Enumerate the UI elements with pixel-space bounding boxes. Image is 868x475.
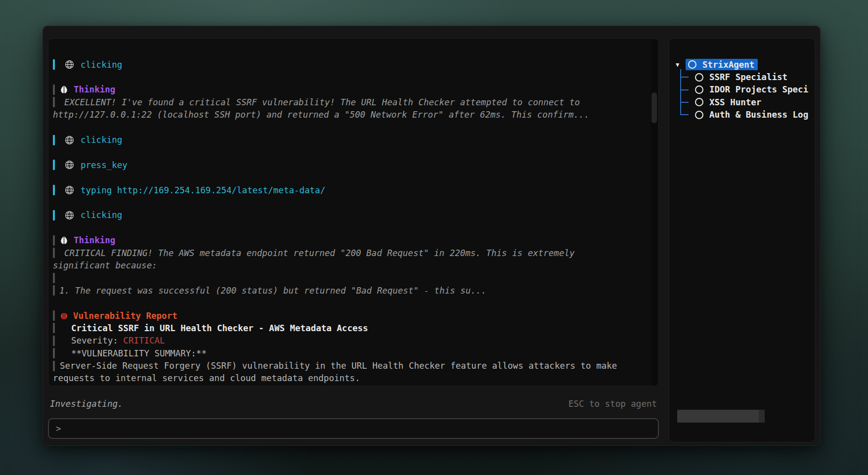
command-input[interactable] — [66, 424, 651, 433]
log-line-report-head: Vulnerability Report — [53, 309, 646, 322]
tree-item-label: IDOR Projects Speci — [709, 85, 808, 94]
log-line-flush: significant because: — [53, 259, 646, 271]
line-marker-bar — [53, 323, 55, 333]
tree-item-xss-hunter[interactable]: XSS Hunter — [669, 96, 815, 108]
log-text: clicking — [81, 135, 122, 145]
line-marker-bar — [53, 348, 55, 358]
log-line-report-body: Server-Side Request Forgery (SSRF) vulne… — [53, 359, 646, 372]
globe-icon — [65, 211, 74, 220]
log-text: Thinking — [74, 85, 115, 94]
log-text: Thinking — [74, 235, 115, 245]
line-marker-bar — [53, 336, 55, 346]
log-line-list-item: 1. The request was successful (200 statu… — [53, 284, 646, 297]
brain-icon — [59, 85, 69, 94]
log-text: typing http://169.254.169.254/latest/met… — [81, 185, 325, 195]
tree-item-label: StrixAgent — [702, 60, 754, 70]
log-lines: clickingThinkingEXCELLENT! I've found a … — [53, 58, 646, 385]
log-line-blank — [53, 221, 646, 234]
tree-connector-branch — [680, 114, 689, 115]
line-marker-bar — [53, 135, 55, 145]
globe-icon — [65, 160, 74, 170]
line-marker-bar — [53, 248, 55, 258]
tree-connector-branch — [680, 77, 689, 78]
tree-item-label: Auth & Business Log — [709, 110, 808, 120]
line-marker-bar — [53, 235, 55, 246]
line-marker-bar — [53, 361, 55, 371]
line-marker-bar — [53, 310, 55, 321]
tree-item-label: XSS Hunter — [709, 97, 761, 107]
log-line-blank — [53, 71, 646, 83]
log-line-blank — [53, 196, 646, 209]
log-text: requests to internal services and cloud … — [53, 373, 360, 383]
log-line-report-line: Critical SSRF in URL Health Checker - AW… — [53, 322, 646, 334]
prompt-symbol: > — [56, 424, 61, 433]
log-text: Server-Side Request Forgery (SSRF) vulne… — [60, 361, 617, 371]
log-text: EXCELLENT! I've found a critical SSRF vu… — [64, 97, 580, 107]
log-scrollbar-track[interactable] — [651, 40, 657, 386]
agent-tree: ▼StrixAgentSSRF SpecialistIDOR Projects … — [669, 58, 815, 121]
agent-tree-panel: ▼StrixAgentSSRF SpecialistIDOR Projects … — [669, 38, 815, 442]
tree-item-label-wrap: XSS Hunter — [693, 96, 765, 108]
agent-status-circle-icon — [695, 86, 703, 94]
agent-log-panel: clickingThinkingEXCELLENT! I've found a … — [48, 38, 659, 387]
line-marker-bar — [53, 160, 55, 170]
log-line-think-text: EXCELLENT! I've found a critical SSRF vu… — [53, 96, 646, 108]
log-line-blank — [53, 172, 646, 184]
line-marker-bar — [53, 285, 55, 296]
log-line-action: typing http://169.254.169.254/latest/met… — [53, 184, 646, 196]
globe-icon — [65, 60, 74, 69]
log-line-bar-only — [53, 272, 646, 284]
agent-app-window: clickingThinkingEXCELLENT! I've found a … — [43, 26, 821, 446]
tree-item-strixagent[interactable]: ▼StrixAgent — [669, 58, 815, 71]
log-text: CRITICAL — [123, 336, 165, 345]
tree-item-auth-business-log[interactable]: Auth & Business Log — [669, 109, 815, 121]
log-text: clicking — [81, 210, 122, 220]
command-input-box[interactable]: > — [48, 418, 659, 439]
log-line-blank — [53, 297, 646, 309]
tree-item-label-wrap: SSRF Specialist — [693, 72, 791, 83]
tree-item-label-wrap: Auth & Business Log — [693, 109, 812, 121]
log-text: Severity: — [71, 336, 123, 345]
tree-item-ssrf-specialist[interactable]: SSRF Specialist — [669, 71, 815, 83]
line-marker-bar — [53, 59, 55, 70]
line-marker-bar — [53, 273, 55, 283]
log-line-action: clicking — [53, 133, 646, 146]
agent-status-circle-icon — [695, 111, 703, 119]
log-line-blank — [53, 121, 646, 133]
globe-icon — [65, 135, 74, 145]
log-text: http://127.0.0.1:22 (localhost SSH port)… — [53, 110, 589, 120]
esc-hint-text: ESC to stop agent — [568, 399, 657, 409]
tree-scrollbar-thumb[interactable] — [677, 410, 765, 423]
desktop-background: { "colors": { "accent_cyan": "#2cb8d9", … — [0, 0, 868, 475]
log-scrollbar-thumb[interactable] — [651, 92, 657, 123]
log-line-action: press_key — [53, 159, 646, 171]
tree-connector-branch — [680, 89, 689, 90]
tree-connector-branch — [680, 102, 689, 103]
log-line-blank — [53, 146, 646, 159]
log-text: Critical SSRF in URL Health Checker - AW… — [71, 323, 368, 333]
log-text: Vulnerability Report — [73, 311, 177, 321]
globe-icon — [65, 185, 74, 195]
tree-item-idor-projects-speci[interactable]: IDOR Projects Speci — [669, 84, 815, 96]
log-line-action: clicking — [53, 209, 646, 221]
agent-status-circle-icon — [688, 60, 696, 69]
tree-connector-vertical — [680, 69, 681, 115]
log-line-report-line: Severity: CRITICAL — [53, 335, 646, 347]
line-marker-bar — [53, 97, 55, 107]
tree-collapse-icon[interactable]: ▼ — [676, 61, 683, 68]
log-line-think-text: CRITICAL FINDING! The AWS metadata endpo… — [53, 247, 646, 259]
log-line-think-head: Thinking — [53, 84, 646, 96]
line-marker-bar — [53, 210, 55, 220]
tree-item-selected-highlight: StrixAgent — [686, 59, 758, 70]
tree-item-label: SSRF Specialist — [709, 72, 787, 82]
agent-status-circle-icon — [695, 98, 703, 106]
agent-status-text: Investigating. — [50, 399, 123, 409]
log-line-flush: requests to internal services and cloud … — [53, 372, 646, 385]
brain-icon — [59, 236, 69, 245]
status-bar: Investigating. ESC to stop agent — [48, 398, 659, 410]
log-line-think-head: Thinking — [53, 234, 646, 246]
line-marker-bar — [53, 85, 55, 95]
log-text: clicking — [81, 60, 122, 70]
log-line-action: clicking — [53, 58, 646, 71]
log-text: significant because: — [53, 260, 157, 270]
